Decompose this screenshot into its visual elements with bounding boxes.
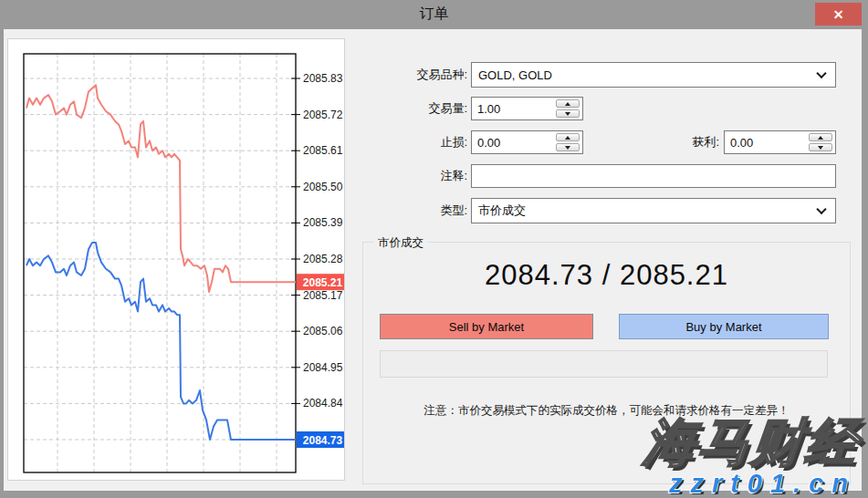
symbol-select[interactable]: GOLD, GOLD (471, 62, 836, 88)
take-profit-label: 获利: (591, 130, 719, 154)
stop-loss-input[interactable] (472, 131, 550, 153)
bid-ask-quote: 2084.73 / 2085.21 (362, 259, 851, 292)
symbol-label: 交易品种: (340, 62, 467, 88)
spin-up-button[interactable] (556, 99, 580, 108)
axis-tick-label: 2085.83 (303, 72, 343, 85)
take-profit-input[interactable] (725, 131, 803, 153)
axis-tick-label: 2084.95 (303, 361, 343, 374)
volume-spinner (556, 99, 580, 118)
dialog-content: 2085.832085.722085.612085.502085.392085.… (4, 29, 862, 491)
stop-loss-spinner (556, 133, 580, 151)
order-type-value: 市价成交 (478, 202, 526, 219)
stop-loss-label: 止损: (340, 130, 467, 154)
sell-by-market-button[interactable]: Sell by Market (380, 314, 593, 339)
arrow-up-icon (565, 102, 570, 106)
dialog-title: 订单 (0, 0, 868, 29)
titlebar[interactable]: 订单 ✕ (0, 0, 868, 29)
axis-tick-label: 2085.61 (303, 144, 343, 157)
watermark-brand: 海马财经 (641, 409, 863, 478)
price-chart-panel: 2085.832085.722085.612085.502085.392085.… (7, 38, 345, 481)
comment-label: 注释: (340, 164, 467, 188)
market-execution-legend: 市价成交 (373, 235, 428, 251)
bid-line (26, 243, 296, 440)
axis-tick-label: 2085.17 (303, 289, 343, 302)
take-profit-spinner (809, 133, 832, 151)
axis-tick-label: 2085.06 (303, 325, 343, 337)
bid-badge-label: 2084.73 (303, 434, 343, 447)
spin-up-button[interactable] (809, 133, 832, 141)
spin-up-button[interactable] (556, 133, 580, 141)
arrow-up-icon (565, 136, 570, 140)
order-status-box (380, 350, 828, 378)
axis-tick-label: 2085.28 (303, 253, 343, 265)
axis-tick-label: 2085.72 (303, 109, 343, 121)
volume-input[interactable] (472, 98, 550, 119)
arrow-down-icon (818, 146, 823, 150)
plot-border (24, 54, 296, 472)
volume-label: 交易量: (340, 97, 467, 120)
ask-badge-label: 2085.21 (303, 276, 343, 289)
order-dialog: 订单 ✕ 2085.832085.722085.612085.502085.39… (0, 0, 868, 498)
close-icon: ✕ (833, 8, 844, 21)
spin-down-button[interactable] (556, 109, 580, 118)
order-type-select[interactable]: 市价成交 (471, 198, 836, 223)
close-button[interactable]: ✕ (815, 3, 862, 26)
spin-down-button[interactable] (809, 143, 832, 151)
symbol-value: GOLD, GOLD (478, 68, 552, 82)
order-type-label: 类型: (340, 198, 467, 223)
price-chart: 2085.832085.722085.612085.502085.392085.… (8, 39, 344, 480)
stop-loss-field (471, 130, 583, 154)
watermark-url: zzrt01.cn (669, 469, 856, 498)
comment-input[interactable] (471, 164, 836, 188)
take-profit-field (724, 130, 836, 154)
spin-down-button[interactable] (556, 143, 580, 151)
axis-tick-label: 2085.50 (303, 181, 343, 193)
arrow-down-icon (565, 112, 570, 116)
volume-field (471, 97, 583, 120)
axis-tick-label: 2085.39 (303, 216, 343, 229)
arrow-down-icon (565, 146, 570, 150)
ask-line (26, 85, 296, 292)
chevron-down-icon (816, 68, 826, 78)
arrow-up-icon (818, 136, 823, 140)
chevron-down-icon (816, 204, 826, 214)
buy-by-market-button[interactable]: Buy by Market (619, 314, 829, 339)
axis-tick-label: 2084.84 (303, 397, 343, 410)
